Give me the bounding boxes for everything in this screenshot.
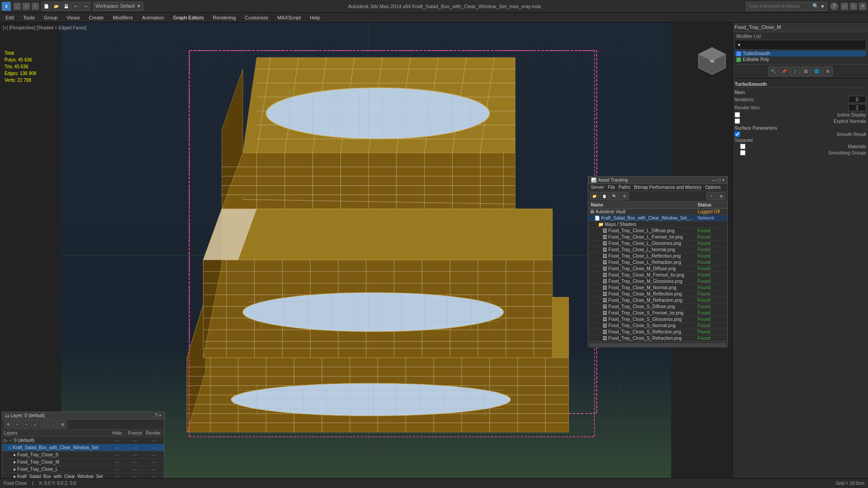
smooth-result-checkbox[interactable]: [735, 131, 740, 137]
asset-row[interactable]: 🖼 Food_Tray_Close_L_Normal.pngFound: [588, 247, 727, 253]
layer-render-default[interactable]: —: [144, 438, 162, 443]
menu-help[interactable]: Help: [308, 14, 322, 21]
asset-expand-btn[interactable]: ⊞: [717, 192, 726, 200]
settings-btn[interactable]: ⚙: [823, 66, 833, 76]
layers-help[interactable]: ?: [155, 413, 158, 418]
layer-render-m[interactable]: —: [144, 460, 162, 465]
asset-close[interactable]: ×: [722, 178, 725, 183]
layers-move-btn[interactable]: ↑: [40, 420, 48, 428]
asset-row[interactable]: 🖼 Food_Tray_Close_L_Frensel_lor.pngFound: [588, 234, 727, 240]
asset-row[interactable]: 🖼 Food_Tray_Close_S_Frensel_lor.pngFound: [588, 310, 727, 316]
pipe-btn[interactable]: |: [790, 66, 800, 76]
layers-settings-btn[interactable]: ⚙: [4, 420, 12, 428]
menu-rendering[interactable]: Rendering: [211, 14, 238, 21]
asset-menu-bitmap[interactable]: Bitmap Performance and Memory: [634, 185, 702, 190]
asset-tb-btn2[interactable]: 📋: [600, 192, 609, 200]
asset-row[interactable]: 🖼 Food_Tray_Close_S_Normal.pngFound: [588, 323, 727, 329]
asset-row[interactable]: 🖼 Food_Tray_Close_M_Glossiniss.pngFound: [588, 278, 727, 285]
menu-views[interactable]: Views: [65, 14, 81, 21]
asset-tb-btn1[interactable]: 📁: [590, 192, 599, 200]
asset-row[interactable]: 🖼 Food_Tray_Close_S_Reflection.pngFound: [588, 329, 727, 335]
open-btn[interactable]: 📂: [52, 2, 61, 11]
asset-minimize[interactable]: —: [712, 178, 717, 183]
navigation-cube[interactable]: Top: [696, 45, 728, 77]
render-iters-input[interactable]: [848, 104, 866, 111]
link-btn[interactable]: ⛓: [801, 66, 811, 76]
menu-create[interactable]: Create: [87, 14, 105, 21]
save-btn[interactable]: 💾: [61, 2, 71, 11]
asset-menu-server[interactable]: Server: [591, 185, 604, 190]
layer-row-s[interactable]: ● Food_Tray_Close_S — — —: [2, 451, 164, 459]
menu-customize[interactable]: Customize: [243, 14, 270, 21]
asset-row[interactable]: 🖼 Food_Tray_Close_M_Normal.pngFound: [588, 285, 727, 291]
asset-tb-btn3[interactable]: 🔍: [610, 192, 619, 200]
layers-close-btn[interactable]: ×: [13, 420, 21, 428]
layer-freeze-s[interactable]: —: [126, 453, 144, 457]
asset-row[interactable]: 🖼 Food_Tray_Close_S_Diffuse.pngFound: [588, 304, 727, 310]
layers-add-btn[interactable]: +: [22, 420, 30, 428]
layers-down-btn[interactable]: ↓: [49, 420, 57, 428]
asset-menu-file[interactable]: File: [608, 185, 615, 190]
smoothing-groups-checkbox[interactable]: [740, 150, 745, 155]
asset-status-header[interactable]: Status: [696, 202, 727, 208]
layer-freeze-m[interactable]: —: [126, 460, 144, 465]
layer-hide-l[interactable]: —: [108, 467, 126, 472]
asset-menu-options[interactable]: Options: [705, 185, 721, 190]
layer-row-m[interactable]: ● Food_Tray_Close_M — — —: [2, 459, 164, 466]
redo-btn[interactable]: ↪: [81, 2, 90, 11]
layer-freeze-default[interactable]: —: [126, 438, 144, 443]
asset-restore[interactable]: □: [718, 178, 721, 183]
asset-row[interactable]: 🖼 Food_Tray_Close_M_Frensel_lor.pngFound: [588, 272, 727, 278]
menu-animation[interactable]: Animation: [140, 14, 166, 21]
main-restore[interactable]: □: [850, 3, 857, 10]
isoline-checkbox[interactable]: [735, 112, 740, 117]
asset-name-header[interactable]: Name: [588, 202, 696, 208]
menu-graph-editors[interactable]: Graph Editors: [171, 14, 206, 21]
asset-row[interactable]: 🖼 Food_Tray_Close_M_Reflection.pngFound: [588, 291, 727, 297]
menu-group[interactable]: Group: [42, 14, 60, 21]
modifier-turbosmooth[interactable]: TurboSmooth: [735, 51, 866, 56]
asset-help-btn[interactable]: ?: [707, 192, 716, 200]
layer-freeze-kraft[interactable]: —: [126, 446, 144, 450]
asset-row[interactable]: 🖼 Food_Tray_Close_L_Diffuse.pngFound: [588, 228, 727, 234]
menu-edit[interactable]: Edit: [4, 14, 16, 21]
asset-row[interactable]: 🖼 Food_Tray_Close_M_Refraction.pngFound: [588, 297, 727, 304]
asset-scrollbar[interactable]: [588, 342, 727, 347]
layers-close[interactable]: ×: [159, 413, 161, 418]
menu-modifiers[interactable]: Modifiers: [111, 14, 135, 21]
modifier-list-dropdown[interactable]: ▼: [735, 40, 866, 50]
asset-row[interactable]: 🏛 Autodesk VaultLogged Off: [588, 209, 727, 215]
menu-maxscript[interactable]: MAXScript: [276, 14, 303, 21]
layers-merge-btn[interactable]: ⊞: [58, 420, 66, 428]
env-btn[interactable]: 🌐: [812, 66, 822, 76]
workspace-selector[interactable]: Workspace: Default ▼: [93, 2, 143, 11]
explicit-normals-checkbox[interactable]: [735, 118, 740, 124]
asset-row[interactable]: 🖼 Food_Tray_Close_M_Diffuse.pngFound: [588, 266, 727, 272]
hammer-btn[interactable]: 🔨: [769, 66, 778, 76]
undo-btn[interactable]: ↩: [71, 2, 80, 11]
materials-checkbox[interactable]: [740, 144, 745, 149]
layer-render-s[interactable]: —: [144, 453, 162, 457]
layer-row-default[interactable]: ▷ ✓ 0 (default) — — —: [2, 437, 164, 444]
new-btn[interactable]: 📄: [42, 2, 51, 11]
search-input[interactable]: [748, 4, 811, 9]
modifier-editablepoly[interactable]: Editable Poly: [735, 56, 866, 62]
main-minimize[interactable]: —: [841, 3, 848, 10]
asset-row[interactable]: 📄 Kraft_Salad_Box_with_Clear_Window_Set_…: [588, 215, 727, 221]
asset-menu-paths[interactable]: Paths: [619, 185, 631, 190]
minimize-btn[interactable]: _: [14, 3, 21, 10]
iterations-input[interactable]: [848, 96, 866, 103]
help-button[interactable]: ?: [830, 2, 838, 10]
layer-hide-s[interactable]: —: [108, 453, 126, 457]
asset-row[interactable]: 📁 Maps / Shaders: [588, 221, 727, 228]
layer-row-l[interactable]: ● Food_Tray_Close_L — — —: [2, 466, 164, 473]
asset-row[interactable]: 🖼 Food_Tray_Close_L_Reflection.pngFound: [588, 253, 727, 259]
layer-freeze-l[interactable]: —: [126, 467, 144, 472]
layer-hide-kraft[interactable]: —: [108, 446, 126, 450]
main-close[interactable]: ✕: [859, 3, 866, 10]
layer-row-kraft[interactable]: □ Kraft_Salad_Box_with_Clear_Window_Set …: [2, 444, 164, 451]
menu-tools[interactable]: Tools: [21, 14, 37, 21]
pin-btn[interactable]: 📌: [779, 66, 789, 76]
layer-hide-default[interactable]: —: [108, 438, 126, 443]
asset-row[interactable]: 🖼 Food_Tray_Close_L_Refraction.pngFound: [588, 259, 727, 266]
